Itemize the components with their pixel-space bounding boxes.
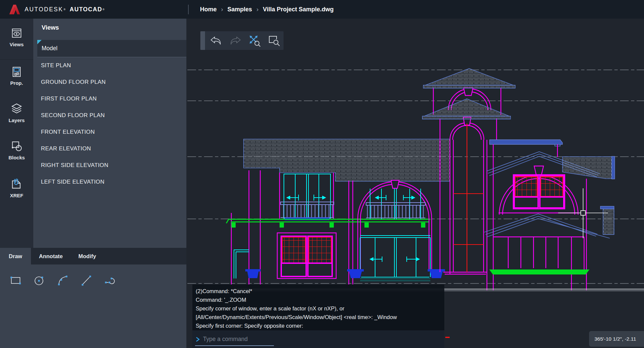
command-history-line: Specify first corner: Specify opposite c… — [196, 321, 444, 330]
breadcrumb-home[interactable]: Home — [200, 6, 217, 13]
views-list-item[interactable]: GROUND FLOOR PLAN — [33, 74, 186, 90]
undo-button[interactable] — [208, 33, 224, 48]
breadcrumb: Home › Samples › Villa Project Sample.dw… — [200, 0, 333, 19]
command-history-line: (2)Command: *Cancel* — [196, 287, 444, 295]
views-list-item[interactable]: RIGHT SIDE ELEVATION — [33, 157, 186, 174]
breadcrumb-separator: › — [256, 6, 258, 13]
drawing-canvas[interactable]: (2)Command: *Cancel* Command: '_.ZOOM Sp… — [186, 19, 644, 348]
draw-tools-panel: Draw Annotate Modify — [0, 248, 186, 348]
views-list-item[interactable]: FIRST FLOOR PLAN — [33, 90, 186, 107]
command-history-line: Specify corner of window, enter a scale … — [196, 304, 444, 313]
autocad-web-app: AUTODESK® AUTOCAD® Home › Samples › Vill… — [0, 0, 644, 348]
views-list-item[interactable]: REAR ELEVATION — [33, 140, 186, 157]
rail-separator — [0, 59, 33, 60]
brand-text: AUTODESK® AUTOCAD® — [25, 6, 105, 13]
rectangle-tool-icon — [9, 274, 22, 287]
views-list-item[interactable]: FRONT ELEVATION — [33, 124, 186, 140]
draw-tool-row — [8, 273, 117, 288]
polyline-tool-button[interactable] — [103, 273, 117, 288]
zoom-extents-button[interactable] — [246, 33, 263, 48]
rail-item-layers[interactable]: Layers — [0, 102, 33, 123]
zoom-extents-icon — [247, 33, 262, 48]
redo-icon — [229, 35, 242, 47]
right-building — [484, 140, 615, 290]
left-building — [226, 170, 430, 284]
rail-item-xref[interactable]: XREF — [0, 178, 33, 198]
tab-draw[interactable]: Draw — [0, 248, 31, 264]
header-divider — [188, 5, 189, 14]
breadcrumb-samples[interactable]: Samples — [227, 6, 252, 13]
views-list-item[interactable]: SITE PLAN — [33, 57, 186, 74]
center-arch-section — [347, 180, 445, 281]
blocks-icon — [10, 140, 23, 152]
command-input-row — [192, 330, 444, 348]
coordinates-readout: 365'-10 1/2", -2.11 — [589, 331, 644, 347]
properties-icon — [11, 66, 23, 78]
breadcrumb-current-file: Villa Project Sample.dwg — [263, 6, 334, 13]
left-icon-rail: Views Prop. Layers — [0, 19, 33, 248]
left-roof-hatch — [244, 139, 450, 181]
line-tool-button[interactable] — [79, 273, 94, 288]
circle-tool-icon — [33, 274, 46, 287]
command-history-line: [All/Center/Dynamic/Extents/Previous/Sca… — [196, 313, 444, 321]
rectangle-tool-button[interactable] — [8, 273, 23, 288]
views-list-item[interactable]: LEFT SIDE ELEVATION — [33, 174, 186, 190]
command-input[interactable] — [203, 336, 336, 343]
autocad-a-logo-icon — [9, 4, 21, 15]
undo-icon — [209, 35, 223, 47]
tool-tabs: Draw Annotate Modify — [0, 248, 186, 264]
tab-modify[interactable]: Modify — [79, 248, 96, 264]
views-list-item[interactable]: SECOND FLOOR PLAN — [33, 107, 186, 124]
chevron-right-icon — [196, 336, 200, 342]
command-input-underline — [195, 345, 274, 346]
polyline-tool-icon — [104, 274, 117, 287]
rail-item-properties[interactable]: Prop. — [0, 66, 33, 86]
toolbar-drag-handle[interactable] — [200, 31, 205, 50]
arc-tool-button[interactable] — [56, 273, 70, 288]
views-list: SITE PLAN GROUND FLOOR PLAN FIRST FLOOR … — [33, 57, 186, 190]
circle-tool-button[interactable] — [32, 273, 47, 288]
xref-paperclip-icon — [10, 178, 23, 190]
top-bar: AUTODESK® AUTOCAD® Home › Samples › Vill… — [0, 0, 644, 19]
views-panel: Views Model SITE PLAN GROUND FLOOR PLAN … — [33, 19, 186, 248]
layers-icon — [10, 102, 23, 115]
views-eye-icon — [10, 27, 23, 39]
redo-button[interactable] — [227, 33, 244, 48]
line-tool-icon — [80, 274, 93, 287]
autodesk-logo: AUTODESK® AUTOCAD® — [9, 0, 105, 19]
rail-item-views[interactable]: Views — [0, 27, 33, 47]
arc-tool-icon — [56, 274, 70, 287]
tab-annotate[interactable]: Annotate — [39, 248, 63, 264]
canvas-toolbar — [200, 31, 284, 50]
views-panel-title: Views — [42, 24, 59, 31]
views-list-item-model-selected[interactable]: Model — [37, 40, 186, 57]
zoom-window-button[interactable] — [266, 33, 282, 48]
zoom-window-icon — [267, 33, 281, 48]
command-line-panel: (2)Command: *Cancel* Command: '_.ZOOM Sp… — [192, 284, 444, 348]
command-history: (2)Command: *Cancel* Command: '_.ZOOM Sp… — [192, 284, 444, 330]
rail-item-blocks[interactable]: Blocks — [0, 140, 33, 160]
breadcrumb-separator: › — [221, 6, 223, 13]
command-history-line: Command: '_.ZOOM — [196, 295, 444, 304]
